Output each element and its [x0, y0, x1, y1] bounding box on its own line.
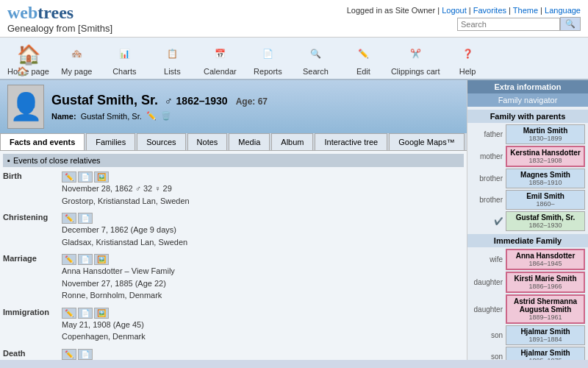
tab-media[interactable]: Media	[229, 133, 270, 150]
main-content: 👤 Gustaf Smith, Sr. ♂ 1862–1930 Age: 67 …	[0, 80, 588, 360]
mother-card[interactable]: Kerstina Hansdotter 1832–1908	[506, 146, 585, 167]
son1-card[interactable]: Hjalmar Smith 1891–1884	[506, 325, 585, 345]
tab-notes[interactable]: Notes	[187, 133, 228, 150]
mar-edit-icon[interactable]: ✏️	[62, 254, 76, 265]
logo: webtrees	[7, 3, 112, 23]
person-detail-row: Name: Gustaf Smith, Sr. ✏️ 🗑️	[51, 111, 459, 121]
tab-facts[interactable]: Facts and events	[0, 133, 85, 150]
self-marker-icon: ✔️	[494, 217, 503, 225]
birth-place: Grostorp, Kristianstad Lan, Sweden	[62, 195, 190, 208]
charts-icon: 📊	[119, 49, 130, 59]
nav-mypage[interactable]: 🏘️ My page	[57, 40, 97, 76]
tab-sources[interactable]: Sources	[137, 133, 185, 150]
family-row-father: father Martin Smith 1830–1899	[470, 124, 585, 144]
nav-home[interactable]: 🏠 Home page	[7, 40, 49, 76]
self-card: Gustaf Smith, Sr. 1862–1930	[506, 211, 585, 231]
nav-edit[interactable]: ✏️ Edit	[343, 40, 384, 76]
event-type-marriage: Marriage	[3, 252, 62, 302]
father-card[interactable]: Martin Smith 1830–1899	[506, 124, 585, 144]
immigration-place: Copenhagen, Denmark	[62, 330, 146, 343]
nav-clippings[interactable]: ✂️ Clippings cart	[391, 40, 440, 76]
tab-google-maps[interactable]: Google Maps™	[389, 133, 464, 150]
brother2-card[interactable]: Emil Smith 1860–	[506, 190, 585, 210]
self-dates: 1862–1930	[509, 222, 581, 229]
son2-card[interactable]: Hjalmar Smith 1895–1975	[506, 347, 585, 360]
search-input[interactable]	[457, 18, 560, 31]
nav-charts[interactable]: 📊 Charts	[104, 40, 145, 76]
birth-date: November 28, 1862 ♂ 32 ♀ 29	[62, 183, 190, 195]
daughter2-dates: 1889–1961	[510, 314, 581, 321]
mother-name: Kerstina Hansdotter	[510, 149, 581, 157]
mother-label: mother	[470, 152, 506, 160]
nav-mypage-label: My page	[61, 67, 92, 76]
close-relatives-bar[interactable]: ▪ Events of close relatives	[3, 154, 464, 167]
birth-edit-icon[interactable]: ✏️	[62, 171, 76, 183]
left-panel: 👤 Gustaf Smith, Sr. ♂ 1862–1930 Age: 67 …	[0, 80, 467, 360]
event-christening: Christening ✏️ 📄 December 7, 1862 (Age 9…	[3, 211, 464, 248]
event-type-immigration: Immigration	[3, 306, 62, 343]
mypage-icon: 🏘️	[71, 49, 82, 59]
death-date: before July 23, 1930 (Age 67)	[62, 360, 168, 361]
immigration-date: May 21, 1908 (Age 45)	[62, 319, 146, 331]
birth-source-icon[interactable]: 📄	[78, 171, 93, 183]
mar-media-icon[interactable]: 🖼️	[94, 254, 109, 265]
wife-card[interactable]: Anna Hansdotter 1864–1945	[506, 249, 585, 270]
father-name: Martin Smith	[509, 127, 581, 135]
brother1-dates: 1858–1910	[509, 179, 581, 186]
nav-help[interactable]: ❓ Help	[448, 40, 488, 76]
tab-album[interactable]: Album	[271, 133, 313, 150]
death-source-icon[interactable]: 📄	[78, 349, 93, 360]
family-row-daughter1: daughter Kirsti Marie Smith 1886–1966	[470, 272, 585, 293]
logged-in-text: Logged in as Site Owner | Logout | Favor…	[347, 6, 581, 15]
family-row-son1: son Hjalmar Smith 1891–1884	[470, 325, 585, 345]
mother-dates: 1832–1908	[510, 157, 581, 164]
event-marriage: Marriage ✏️ 📄 🖼️ Anna Hansdotter – View …	[3, 252, 464, 302]
imm-edit-icon[interactable]: ✏️	[62, 308, 76, 319]
house-icon: 🏠	[17, 43, 39, 64]
favorites-link[interactable]: Favorites	[473, 6, 506, 15]
daughter1-card[interactable]: Kirsti Marie Smith 1886–1966	[506, 272, 585, 293]
brother2-label: brother	[470, 196, 506, 204]
delete-name-icon[interactable]: 🗑️	[161, 111, 171, 121]
right-panel: Extra information Family navigator Famil…	[467, 80, 588, 360]
search-button[interactable]: 🔍	[560, 17, 581, 31]
name-label: Name:	[51, 112, 76, 121]
brother1-card[interactable]: Magnes Smith 1858–1910	[506, 169, 585, 188]
chr-source-icon[interactable]: 📄	[78, 213, 93, 224]
son2-name: Hjalmar Smith	[509, 349, 581, 357]
son1-dates: 1891–1884	[509, 336, 581, 343]
nav-lists[interactable]: 📋 Lists	[152, 40, 193, 76]
logout-link[interactable]: Logout	[442, 6, 467, 15]
daughter2-card[interactable]: Astrid Shermanna Augusta Smith 1889–1961	[506, 294, 585, 324]
immediate-family-title: Immediate Family	[467, 234, 588, 247]
nav-search-label: Search	[303, 67, 329, 76]
reports-icon: 📄	[262, 49, 273, 59]
nav-search[interactable]: 🔍 Search	[295, 40, 336, 76]
brother1-label: brother	[470, 174, 506, 183]
death-edit-icon[interactable]: ✏️	[62, 349, 76, 360]
person-avatar: 👤	[7, 85, 44, 129]
nav-calendar[interactable]: 📅 Calendar	[200, 40, 240, 76]
birth-media-icon[interactable]: 🖼️	[94, 171, 109, 183]
chr-edit-icon[interactable]: ✏️	[62, 213, 76, 224]
mar-source-icon[interactable]: 📄	[78, 254, 93, 265]
son2-dates: 1895–1975	[509, 357, 581, 360]
edit-name-icon[interactable]: ✏️	[146, 111, 157, 121]
search-bar: 🔍	[457, 17, 581, 31]
theme-link[interactable]: Theme	[513, 6, 538, 15]
close-relatives-label: Events of close relatives	[13, 156, 101, 165]
nav-reports[interactable]: 📄 Reports	[248, 40, 288, 76]
son1-name: Hjalmar Smith	[509, 328, 581, 336]
daughter2-label: daughter	[470, 305, 506, 314]
tab-families[interactable]: Families	[86, 133, 135, 150]
event-type-death: Death	[3, 347, 62, 361]
imm-source-icon[interactable]: 📄	[78, 308, 93, 319]
family-row-mother: mother Kerstina Hansdotter 1832–1908	[470, 146, 585, 167]
family-nav-header: Family navigator	[467, 93, 588, 107]
imm-media-icon[interactable]: 🖼️	[94, 308, 109, 319]
birth-icons: ✏️ 📄 🖼️	[62, 171, 190, 183]
father-label: father	[470, 130, 506, 138]
nav-clippings-label: Clippings cart	[391, 67, 440, 76]
language-link[interactable]: Language	[545, 6, 581, 15]
tab-interactive-tree[interactable]: Interactive tree	[315, 133, 387, 150]
